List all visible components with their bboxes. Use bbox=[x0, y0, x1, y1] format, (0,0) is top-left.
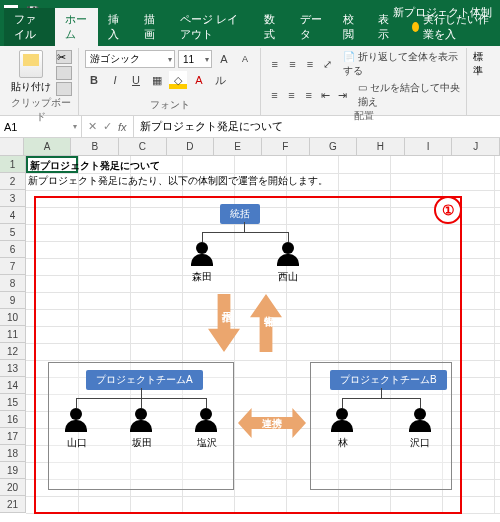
decrease-font-icon[interactable]: A bbox=[236, 50, 254, 68]
formula-bar[interactable]: 新プロジェクト発足について bbox=[134, 119, 500, 134]
cancel-icon[interactable]: ✕ bbox=[88, 120, 97, 133]
tab-home[interactable]: ホーム bbox=[55, 8, 98, 46]
tab-review[interactable]: 校閲 bbox=[333, 8, 369, 46]
row-header-19[interactable]: 19 bbox=[0, 462, 26, 479]
font-group-label: フォント bbox=[85, 98, 254, 113]
row-headers: 123456789101112131415161718192021 bbox=[0, 156, 26, 513]
paste-button[interactable]: 貼り付け bbox=[10, 50, 52, 96]
row-header-16[interactable]: 16 bbox=[0, 411, 26, 428]
row-header-1[interactable]: 1 bbox=[0, 156, 26, 173]
col-header-h[interactable]: H bbox=[357, 138, 405, 155]
row-header-7[interactable]: 7 bbox=[0, 258, 26, 275]
arrow-down-icon bbox=[208, 294, 240, 352]
org-chart-diagram[interactable]: ① 統括 森田 西山 指示 報告 プロジェクトチームA bbox=[34, 196, 462, 514]
row-header-14[interactable]: 14 bbox=[0, 377, 26, 394]
person-name: 林 bbox=[338, 436, 348, 450]
indent-inc-icon[interactable]: ⇥ bbox=[335, 86, 350, 104]
paste-icon bbox=[19, 50, 43, 78]
tell-me[interactable]: 実行したい作業を入 bbox=[404, 8, 500, 46]
connector bbox=[244, 222, 245, 232]
row-header-5[interactable]: 5 bbox=[0, 224, 26, 241]
cell-a2[interactable]: 新プロジェクト発足にあたり、以下の体制図で運営を開始します。 bbox=[26, 173, 330, 189]
row-header-2[interactable]: 2 bbox=[0, 173, 26, 190]
tab-data[interactable]: データ bbox=[290, 8, 333, 46]
cells-area[interactable]: 新プロジェクト発足について 新プロジェクト発足にあたり、以下の体制図で運営を開始… bbox=[26, 156, 500, 513]
col-header-b[interactable]: B bbox=[71, 138, 119, 155]
col-header-g[interactable]: G bbox=[310, 138, 358, 155]
ribbon-group-font: 游ゴシック 11 A A B I U ▦ ◇ A ル フォント bbox=[79, 48, 261, 115]
row-header-21[interactable]: 21 bbox=[0, 496, 26, 513]
increase-font-icon[interactable]: A bbox=[215, 50, 233, 68]
person-icon bbox=[277, 242, 299, 266]
col-header-j[interactable]: J bbox=[452, 138, 500, 155]
tab-formulas[interactable]: 数式 bbox=[254, 8, 290, 46]
person-icon bbox=[191, 242, 213, 266]
wrap-label: 折り返して全体を表示する bbox=[343, 51, 458, 76]
row-header-10[interactable]: 10 bbox=[0, 309, 26, 326]
col-header-c[interactable]: C bbox=[119, 138, 167, 155]
underline-button[interactable]: U bbox=[127, 71, 145, 89]
font-name-combo[interactable]: 游ゴシック bbox=[85, 50, 175, 68]
row-header-15[interactable]: 15 bbox=[0, 394, 26, 411]
align-bottom-icon[interactable]: ≡ bbox=[302, 55, 318, 73]
row-header-18[interactable]: 18 bbox=[0, 445, 26, 462]
align-left-icon[interactable]: ≡ bbox=[267, 86, 282, 104]
italic-button[interactable]: I bbox=[106, 71, 124, 89]
border-button[interactable]: ▦ bbox=[148, 71, 166, 89]
row-header-20[interactable]: 20 bbox=[0, 479, 26, 496]
name-box[interactable]: A1 bbox=[0, 116, 82, 137]
col-header-a[interactable]: A bbox=[24, 138, 72, 155]
callout-marker: ① bbox=[434, 196, 462, 224]
copy-icon[interactable] bbox=[56, 66, 72, 80]
bold-button[interactable]: B bbox=[85, 71, 103, 89]
row-header-6[interactable]: 6 bbox=[0, 241, 26, 258]
tab-view[interactable]: 表示 bbox=[368, 8, 404, 46]
col-header-e[interactable]: E bbox=[214, 138, 262, 155]
enter-icon[interactable]: ✓ bbox=[103, 120, 112, 133]
col-header-d[interactable]: D bbox=[167, 138, 215, 155]
row-header-9[interactable]: 9 bbox=[0, 292, 26, 309]
row-header-13[interactable]: 13 bbox=[0, 360, 26, 377]
row-header-11[interactable]: 11 bbox=[0, 326, 26, 343]
person-name: 森田 bbox=[192, 270, 212, 284]
row-header-17[interactable]: 17 bbox=[0, 428, 26, 445]
wrap-text-button[interactable]: 📄 折り返して全体を表示する bbox=[343, 50, 460, 78]
row-header-8[interactable]: 8 bbox=[0, 275, 26, 292]
fx-icon[interactable]: fx bbox=[118, 121, 127, 133]
arrow-up-icon bbox=[250, 294, 282, 352]
col-header-i[interactable]: I bbox=[405, 138, 453, 155]
paste-label: 貼り付け bbox=[11, 80, 51, 94]
orientation-icon[interactable]: ⤢ bbox=[320, 55, 336, 73]
person-icon bbox=[331, 408, 353, 432]
font-size-combo[interactable]: 11 bbox=[178, 50, 212, 68]
connector bbox=[420, 398, 421, 408]
person-name: 塩沢 bbox=[196, 436, 218, 450]
align-middle-icon[interactable]: ≡ bbox=[285, 55, 301, 73]
phonetic-button[interactable]: ル bbox=[211, 71, 229, 89]
spreadsheet-grid[interactable]: A B C D E F G H I J 12345678910111213141… bbox=[0, 138, 500, 522]
cell-a1[interactable]: 新プロジェクト発足について bbox=[26, 156, 78, 173]
col-header-f[interactable]: F bbox=[262, 138, 310, 155]
tab-layout[interactable]: ページ レイアウト bbox=[170, 8, 254, 46]
row-header-12[interactable]: 12 bbox=[0, 343, 26, 360]
align-center-icon[interactable]: ≡ bbox=[284, 86, 299, 104]
row-header-3[interactable]: 3 bbox=[0, 190, 26, 207]
connector bbox=[342, 398, 420, 399]
align-top-icon[interactable]: ≡ bbox=[267, 55, 283, 73]
row-header-4[interactable]: 4 bbox=[0, 207, 26, 224]
ribbon-group-clipboard: 貼り付け ✂ クリップボード bbox=[4, 48, 79, 115]
indent-dec-icon[interactable]: ⇤ bbox=[318, 86, 333, 104]
select-all-corner[interactable] bbox=[0, 138, 24, 155]
person-icon bbox=[65, 408, 87, 432]
tab-insert[interactable]: 挿入 bbox=[98, 8, 134, 46]
align-right-icon[interactable]: ≡ bbox=[301, 86, 316, 104]
format-painter-icon[interactable] bbox=[56, 82, 72, 96]
font-color-button[interactable]: A bbox=[190, 71, 208, 89]
tab-draw[interactable]: 描画 bbox=[134, 8, 170, 46]
cut-icon[interactable]: ✂ bbox=[56, 50, 72, 64]
fill-color-button[interactable]: ◇ bbox=[169, 71, 187, 89]
tab-file[interactable]: ファイル bbox=[4, 8, 55, 46]
merge-center-button[interactable]: ▭ セルを結合して中央揃え bbox=[358, 81, 460, 109]
number-format-label[interactable]: 標準 bbox=[473, 50, 490, 78]
ribbon: 貼り付け ✂ クリップボード 游ゴシック 11 A A B I U ▦ ◇ bbox=[0, 46, 500, 116]
